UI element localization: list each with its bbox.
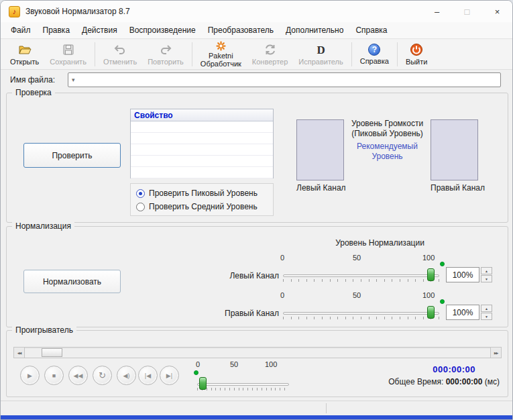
radio-peak-level-icon[interactable] (136, 189, 145, 198)
scale-tick-100: 100 (422, 254, 435, 262)
skip-start-button[interactable]: |◀ (138, 366, 158, 385)
volume-button[interactable]: ◀) (117, 366, 136, 385)
app-window: ♪ Звуковой Нормализатор 8.7 – □ × Файл П… (0, 0, 513, 420)
seek-scrollbar-thumb[interactable] (42, 348, 62, 357)
player-indicator-dot (194, 370, 198, 375)
toolbar-redo-label: Повторить (148, 58, 184, 66)
spin-up-button[interactable]: ▲ (481, 305, 492, 312)
total-time-unit: (мс) (485, 377, 500, 386)
window-controls: – □ × (422, 1, 512, 22)
total-time-value: 000:00:00 (446, 377, 483, 386)
radio-peak-level-label: Проверить Пиковый Уровень (149, 189, 258, 198)
toolbar-button-undo[interactable]: Отменить (98, 42, 142, 67)
menu-item-playback[interactable]: Воспроизведение (123, 23, 202, 38)
check-group: Проверка Проверить Свойство Проверить Пи… (6, 93, 508, 223)
player-volume-slider-track[interactable] (197, 383, 289, 386)
stop-button[interactable]: ■ (44, 366, 64, 385)
radio-average-level-icon[interactable] (136, 203, 145, 211)
left-volume-slider-thumb[interactable] (427, 268, 435, 281)
left-volume-slider-track[interactable] (283, 274, 439, 277)
toolbar-button-exit[interactable]: Выйти (400, 42, 433, 67)
player-volume-slider-thumb[interactable] (199, 377, 207, 390)
bottom-accent-bar (1, 415, 512, 419)
player-group: Проигрыватель ◀◀ ▶▶ ▶ ■ ◀◀ ↻ ◀) |◀ ▶| 0 … (6, 330, 508, 397)
toolbar-undo-label: Отменить (103, 58, 137, 66)
seek-right-arrow-button[interactable]: ▶▶ (490, 348, 501, 358)
open-folder-icon (18, 43, 32, 56)
toolbar-button-batch-processor[interactable]: Paketni Обработчик (195, 40, 247, 69)
chevron-down-icon[interactable]: ▾ (72, 76, 75, 83)
scale-tick-100: 100 (422, 291, 435, 299)
normalize-button[interactable]: Нормализовать (23, 270, 121, 293)
menu-item-edit[interactable]: Правка (37, 23, 76, 38)
maximize-button[interactable]: □ (452, 1, 482, 22)
right-channel-slider-label: Правый Канал (212, 309, 279, 318)
close-button[interactable]: × (482, 1, 512, 22)
toolbar: Открыть Сохранить Отменить Повторить (1, 40, 512, 70)
property-table[interactable]: Свойство (130, 109, 274, 178)
scale-tick-0: 0 (280, 291, 284, 299)
toolbar-separator (351, 42, 352, 66)
radio-peak-level[interactable]: Проверить Пиковый Уровень (136, 189, 268, 198)
app-music-note-icon: ♪ (9, 6, 20, 17)
property-table-header: Свойство (131, 109, 273, 121)
repeat-button[interactable]: ↻ (93, 366, 112, 385)
toolbar-batch-label-line1: Paketni (209, 52, 233, 60)
menu-item-help[interactable]: Справка (349, 23, 393, 38)
filename-combobox[interactable]: ▾ (68, 72, 501, 87)
spin-down-button[interactable]: ▼ (481, 275, 492, 282)
left-level-spinbox[interactable]: 100% (446, 267, 479, 282)
menu-item-file[interactable]: Файл (5, 23, 37, 38)
left-channel-caption: Левый Канал (296, 183, 344, 193)
right-level-meter (431, 119, 478, 180)
play-button[interactable]: ▶ (20, 366, 40, 385)
batch-processor-icon (216, 41, 226, 51)
fixer-icon: D (317, 44, 325, 56)
menu-item-converter[interactable]: Преобразователь (202, 23, 280, 38)
toolbar-button-fixer[interactable]: D Исправитель (293, 42, 348, 67)
toolbar-fixer-label: Исправитель (298, 58, 343, 66)
menu-item-extra[interactable]: Дополнительно (280, 23, 349, 38)
toolbar-button-open[interactable]: Открыть (5, 42, 44, 67)
toolbar-separator (397, 42, 398, 66)
normalization-group: Нормализация Нормализовать Уровень Норма… (6, 226, 508, 327)
menu-item-actions[interactable]: Действия (76, 23, 123, 38)
check-group-title: Проверка (12, 88, 55, 97)
toolbar-button-help[interactable]: ? Справка (355, 42, 394, 66)
radio-average-level-label: Проверить Средний Уровень (149, 202, 258, 211)
scale-tick-0: 0 (196, 360, 200, 368)
table-row[interactable] (131, 144, 273, 156)
right-volume-slider-thumb[interactable] (427, 306, 435, 319)
toolbar-button-redo[interactable]: Повторить (142, 42, 189, 67)
check-mode-radio-group: Проверить Пиковый Уровень Проверить Сред… (130, 183, 274, 216)
recommended-level-link[interactable]: Рекомендуемый Уровень (343, 142, 431, 162)
table-row[interactable] (131, 156, 273, 167)
table-row[interactable] (131, 167, 273, 178)
toolbar-button-save[interactable]: Сохранить (44, 42, 92, 67)
seek-scrollbar[interactable]: ◀◀ ▶▶ (13, 347, 502, 358)
right-level-spinbox[interactable]: 100% (446, 305, 479, 320)
exit-power-icon (410, 43, 423, 56)
total-time-label: Общее Время: (388, 377, 443, 386)
radio-average-level[interactable]: Проверить Средний Уровень (136, 202, 268, 211)
minimize-button[interactable]: – (422, 1, 452, 22)
right-volume-slider-track[interactable] (283, 312, 439, 315)
toolbar-separator (95, 42, 95, 66)
elapsed-time: 000:00:00 (332, 364, 500, 374)
spin-down-button[interactable]: ▼ (481, 313, 492, 320)
toolbar-button-converter[interactable]: Конвертер (247, 42, 293, 67)
left-level-spin-arrows: ▲ ▼ (481, 267, 492, 282)
rewind-button[interactable]: ◀◀ (68, 366, 88, 385)
skip-end-button[interactable]: ▶| (160, 366, 179, 385)
toolbar-help-label: Справка (360, 57, 389, 65)
filename-input[interactable] (78, 73, 497, 87)
spin-up-button[interactable]: ▲ (481, 267, 492, 274)
right-channel-caption: Правый Канал (431, 183, 478, 193)
toolbar-converter-label: Конвертер (252, 58, 288, 66)
right-indicator-dot (440, 299, 445, 304)
check-button[interactable]: Проверить (23, 143, 121, 168)
undo-icon (113, 43, 127, 56)
seek-left-arrow-button[interactable]: ◀◀ (14, 348, 25, 358)
table-row[interactable] (131, 121, 273, 133)
table-row[interactable] (131, 133, 273, 144)
